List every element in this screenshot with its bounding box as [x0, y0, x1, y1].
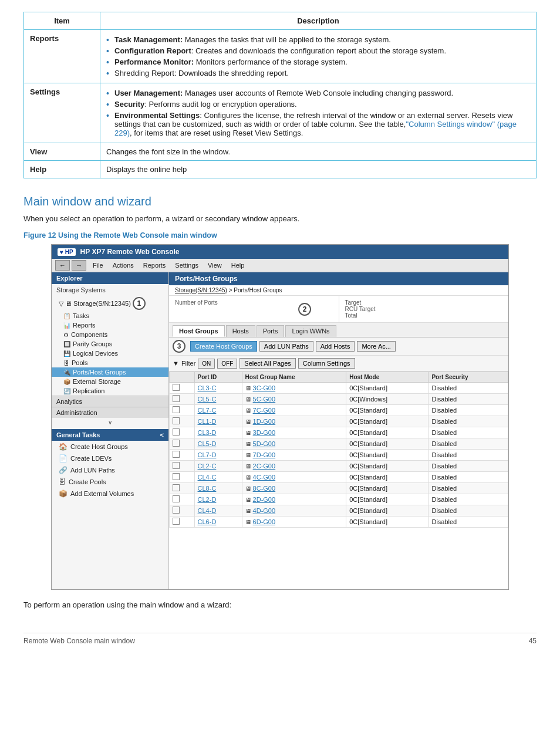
port-id-link[interactable]: CL1-D [198, 418, 217, 425]
port-id-link[interactable]: CL5-C [198, 396, 217, 403]
menu-view[interactable]: View [203, 260, 227, 271]
general-tasks-label: General Tasks [56, 431, 100, 438]
port-id-link[interactable]: CL8-C [198, 485, 217, 492]
select-all-pages-button[interactable]: Select All Pages [239, 358, 296, 369]
port-id-link[interactable]: CL4-C [198, 474, 217, 481]
port-id-link[interactable]: CL6-D [198, 518, 217, 525]
administration-section[interactable]: Administration [52, 407, 168, 418]
task-add-lun-paths[interactable]: 🔗 Add LUN Paths [52, 464, 168, 476]
host-group-link[interactable]: 6D-G00 [253, 518, 276, 525]
port-id-link[interactable]: CL3-C [198, 384, 217, 391]
port-id-link[interactable]: CL7-C [198, 407, 217, 414]
port-security-cell: Disabled [429, 472, 508, 483]
explorer-components[interactable]: ⚙ Components [52, 330, 168, 339]
column-settings-button[interactable]: Column Settings [298, 358, 355, 369]
row-checkbox[interactable] [173, 395, 180, 402]
task-create-pools[interactable]: 🗄 Create Pools [52, 476, 168, 488]
port-id-link[interactable]: CL2-D [198, 496, 217, 503]
menu-help[interactable]: Help [227, 260, 249, 271]
host-group-link[interactable]: 2C-G00 [253, 463, 276, 470]
port-id-link[interactable]: CL2-C [198, 463, 217, 470]
back-button[interactable]: ← [55, 260, 70, 271]
task-create-ldevs[interactable]: 📄 Create LDEVs [52, 453, 168, 464]
row-checkbox[interactable] [173, 440, 180, 447]
host-group-link[interactable]: 3C-G00 [253, 384, 276, 391]
host-group-link[interactable]: 2D-G00 [253, 496, 276, 503]
filter-on-button[interactable]: ON [198, 359, 215, 369]
row-checkbox[interactable] [173, 384, 180, 391]
storage-node[interactable]: ▽ 🖥 Storage(S/N:12345) 1 [52, 296, 168, 311]
host-group-link[interactable]: 5D-G00 [253, 440, 276, 447]
desc-reports: Task Management: Manages the tasks that … [100, 30, 537, 83]
data-table: Port ID Host Group Name Host Mode Port S… [169, 372, 508, 528]
tab-host-groups[interactable]: Host Groups [173, 325, 225, 337]
add-hosts-button[interactable]: Add Hosts [316, 341, 355, 352]
annotation-2: 2 [298, 303, 311, 316]
row-checkbox[interactable] [173, 451, 180, 458]
table-row: CL3-C 🖥 3C-G00 0C[Standard] Disabled [170, 383, 508, 394]
host-group-link[interactable]: 3D-G00 [253, 429, 276, 436]
task-add-external[interactable]: 📦 Add External Volumes [52, 488, 168, 499]
tab-ports[interactable]: Ports [257, 325, 285, 337]
explorer-parity[interactable]: 🔲 Parity Groups [52, 339, 168, 349]
group-icon: 🖥 [245, 497, 251, 503]
menu-settings[interactable]: Settings [170, 260, 203, 271]
row-checkbox[interactable] [173, 507, 180, 514]
row-checkbox[interactable] [173, 484, 180, 491]
breadcrumb-link[interactable]: Storage(S/N:12345) [175, 287, 227, 293]
menu-reports[interactable]: Reports [139, 260, 171, 271]
task-create-host-groups[interactable]: 🏠 Create Host Groups [52, 441, 168, 453]
row-checkbox[interactable] [173, 495, 180, 502]
filter-off-button[interactable]: OFF [217, 359, 237, 369]
port-security-cell: Disabled [429, 494, 508, 505]
explorer-pools[interactable]: 🗄 Pools [52, 358, 168, 367]
row-checkbox[interactable] [173, 428, 180, 436]
row-checkbox[interactable] [173, 406, 180, 413]
section-heading: Main window and wizard [23, 195, 537, 208]
port-id-link[interactable]: CL3-D [198, 429, 217, 436]
tab-hosts[interactable]: Hosts [226, 325, 255, 337]
host-group-link[interactable]: 7D-G00 [253, 451, 276, 458]
panel-collapse-arrow[interactable]: < [160, 431, 164, 438]
host-group-link[interactable]: 8C-G00 [253, 485, 276, 492]
replication-icon: 🔄 [63, 388, 70, 394]
explorer-ports-hostgroups[interactable]: 🔌 Ports/Host Groups [52, 367, 168, 377]
port-id-link[interactable]: CL5-D [198, 440, 217, 447]
explorer-replication[interactable]: 🔄 Replication [52, 386, 168, 396]
tab-login-wwns[interactable]: Login WWNs [285, 325, 336, 337]
host-group-link[interactable]: 1D-G00 [253, 418, 276, 425]
data-table-container: Port ID Host Group Name Host Mode Port S… [169, 372, 508, 589]
more-actions-button[interactable]: More Ac... [357, 341, 396, 352]
host-mode-cell: 0C[Standard] [346, 416, 429, 427]
host-group-link[interactable]: 4D-G00 [253, 507, 276, 514]
create-host-groups-button[interactable]: Create Host Groups [190, 341, 257, 352]
host-group-link[interactable]: 4C-G00 [253, 474, 276, 481]
add-lun-paths-button[interactable]: Add LUN Paths [259, 341, 313, 352]
menu-file[interactable]: File [88, 260, 108, 271]
explorer-logical[interactable]: 💾 Logical Devices [52, 349, 168, 358]
menu-actions[interactable]: Actions [108, 260, 139, 271]
host-group-link[interactable]: 7C-G00 [253, 407, 276, 414]
target-label: Target [345, 299, 503, 306]
row-checkbox[interactable] [173, 462, 180, 469]
host-group-link[interactable]: 5C-G00 [253, 396, 276, 403]
forward-button[interactable]: → [72, 260, 86, 271]
host-mode-cell: 0C[Standard] [346, 438, 429, 450]
row-checkbox[interactable] [173, 473, 180, 480]
menubar[interactable]: ← → File Actions Reports Settings View H… [52, 259, 508, 272]
table-header-row: Port ID Host Group Name Host Mode Port S… [170, 372, 508, 383]
explorer-reports[interactable]: 📊 Reports [52, 320, 168, 330]
row-checkbox[interactable] [173, 518, 180, 525]
collapse-arrow[interactable]: ∨ [52, 418, 168, 427]
table-row: Help Displays the online help [24, 161, 537, 178]
row-checkbox[interactable] [173, 417, 180, 424]
analytics-section[interactable]: Analytics [52, 396, 168, 407]
explorer-external[interactable]: 📦 External Storage [52, 377, 168, 386]
port-security-cell: Disabled [429, 394, 508, 405]
create-host-groups-icon: 🏠 [59, 443, 68, 451]
table-row: CL2-D 🖥 2D-G00 0C[Standard] Disabled [170, 494, 508, 505]
explorer-tasks[interactable]: 📋 Tasks [52, 311, 168, 320]
port-id-link[interactable]: CL7-D [198, 451, 217, 458]
port-id-link[interactable]: CL4-D [198, 507, 217, 514]
breadcrumb-rest: > Ports/Host Groups [227, 287, 282, 293]
